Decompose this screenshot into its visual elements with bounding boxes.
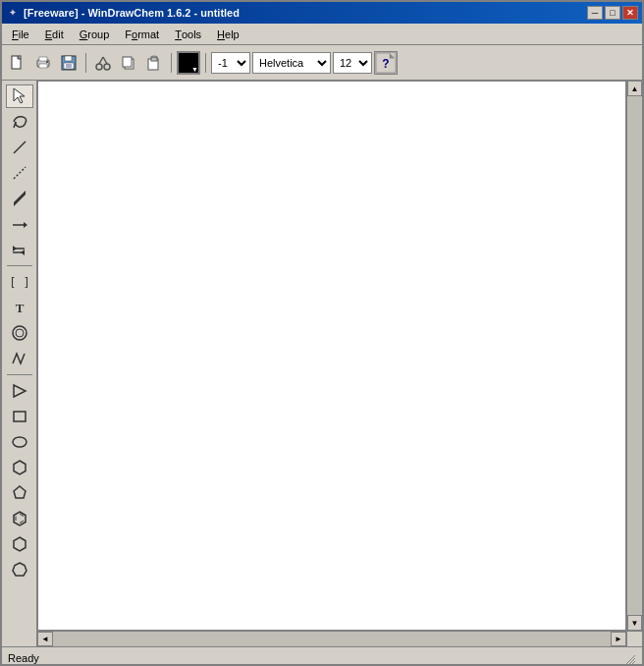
svg-marker-31 xyxy=(24,222,27,228)
chain-icon xyxy=(11,350,28,367)
paste-button[interactable] xyxy=(142,51,166,75)
svg-line-14 xyxy=(99,57,103,64)
tool-lasso[interactable] xyxy=(6,110,33,134)
title-bar: ✦ [Freeware] - WinDrawChem 1.6.2 - untit… xyxy=(2,2,642,24)
arrow-icon xyxy=(11,215,28,233)
toolbar: ▼ -1 0 1 2 3 Helvetica Arial Times New R… xyxy=(2,45,642,81)
menu-group[interactable]: Group xyxy=(72,24,118,44)
help-button[interactable]: ? xyxy=(374,51,398,75)
tool-retro-arrow[interactable] xyxy=(6,238,33,261)
resize-handle[interactable] xyxy=(622,651,636,665)
svg-line-52 xyxy=(629,658,635,664)
tool-rect[interactable] xyxy=(6,405,33,428)
tool-bond-single[interactable] xyxy=(6,136,33,159)
scrollbar-vertical: ▲ ▼ xyxy=(626,81,642,631)
svg-point-13 xyxy=(104,64,110,70)
status-text: Ready xyxy=(8,652,39,664)
ellipse-icon xyxy=(11,433,28,451)
svg-point-42 xyxy=(13,437,27,447)
scrollbar-horizontal: ◄ ► xyxy=(37,631,626,646)
svg-marker-40 xyxy=(14,385,26,397)
save-button[interactable] xyxy=(57,51,80,75)
menu-file[interactable]: File xyxy=(4,24,37,44)
svg-marker-43 xyxy=(14,461,26,474)
svg-rect-11 xyxy=(66,64,72,68)
minimize-button[interactable]: ─ xyxy=(587,6,603,20)
lasso-icon xyxy=(11,113,28,131)
tool-ring-circle[interactable] xyxy=(6,321,33,345)
rect-icon xyxy=(11,408,28,425)
single-bond-icon xyxy=(11,139,28,156)
svg-rect-6 xyxy=(39,57,47,61)
tool-hexagon[interactable] xyxy=(6,456,33,479)
svg-point-12 xyxy=(96,64,102,70)
svg-rect-17 xyxy=(123,57,132,67)
tool-sep-2 xyxy=(7,374,32,375)
scroll-track-horizontal[interactable] xyxy=(53,632,611,646)
tool-arrow[interactable] xyxy=(6,212,33,236)
window-controls: ─ □ ✕ xyxy=(587,6,638,20)
svg-marker-29 xyxy=(14,191,26,206)
tool-select[interactable] xyxy=(6,84,33,108)
app-icon: ✦ xyxy=(6,6,20,20)
status-bar: Ready xyxy=(2,646,642,666)
save-icon xyxy=(61,55,77,71)
tool-ring7[interactable] xyxy=(6,558,33,582)
template-icon xyxy=(11,382,28,400)
tool-bond-bold[interactable] xyxy=(6,187,33,210)
close-button[interactable]: ✕ xyxy=(622,6,638,20)
bond-type-select[interactable]: -1 0 1 2 3 xyxy=(211,52,250,74)
menu-help[interactable]: Help xyxy=(209,24,247,44)
svg-marker-50 xyxy=(14,537,26,551)
cut-icon xyxy=(95,55,111,71)
svg-marker-33 xyxy=(13,246,17,251)
benzene-icon xyxy=(11,510,28,527)
scrollbar-corner xyxy=(626,631,642,646)
scroll-right-button[interactable]: ► xyxy=(611,632,626,646)
svg-rect-41 xyxy=(14,412,26,421)
print-icon xyxy=(35,55,51,71)
scroll-up-button[interactable]: ▲ xyxy=(627,81,642,96)
menu-edit[interactable]: Edit xyxy=(37,24,72,44)
menu-tools[interactable]: Tools xyxy=(167,24,209,44)
print-button[interactable] xyxy=(31,51,55,75)
bold-bond-icon xyxy=(11,190,28,207)
svg-rect-9 xyxy=(65,56,72,61)
tool-ring6[interactable] xyxy=(6,532,33,556)
scroll-left-button[interactable]: ◄ xyxy=(37,632,53,646)
scroll-down-button[interactable]: ▼ xyxy=(627,615,642,631)
scroll-track-vertical[interactable] xyxy=(627,96,642,615)
font-size-select[interactable]: 8 10 12 14 16 xyxy=(333,52,372,74)
color-selector[interactable]: ▼ xyxy=(177,51,200,75)
new-button[interactable] xyxy=(6,51,29,75)
copy-button[interactable] xyxy=(117,51,140,75)
svg-line-15 xyxy=(103,57,107,64)
tool-chain[interactable] xyxy=(6,347,33,370)
svg-text:[ ]: [ ] xyxy=(11,276,28,290)
menu-format[interactable]: Format xyxy=(117,24,167,44)
cut-button[interactable] xyxy=(91,51,115,75)
svg-marker-44 xyxy=(14,486,26,498)
copy-icon xyxy=(121,55,136,71)
maximize-button[interactable]: □ xyxy=(605,6,620,20)
font-select[interactable]: Helvetica Arial Times New Roman xyxy=(252,52,331,74)
tool-text[interactable]: T xyxy=(6,296,33,319)
tool-pentagon[interactable] xyxy=(6,481,33,505)
title-text: [Freeware] - WinDrawChem 1.6.2 - untitle… xyxy=(24,7,240,19)
drawing-canvas[interactable] xyxy=(37,81,626,631)
svg-text:?: ? xyxy=(382,56,389,70)
tool-bond-dashed[interactable] xyxy=(6,161,33,185)
text-tool-icon: T xyxy=(11,299,28,316)
hexagon-icon xyxy=(11,459,28,476)
svg-marker-51 xyxy=(13,563,27,576)
tool-ellipse[interactable] xyxy=(6,430,33,454)
svg-point-38 xyxy=(13,326,27,340)
tool-template[interactable] xyxy=(6,379,33,403)
svg-marker-35 xyxy=(21,250,25,255)
tool-benzene[interactable] xyxy=(6,507,33,530)
svg-rect-7 xyxy=(46,61,48,63)
canvas-wrapper: ▲ ▼ ◄ ► xyxy=(37,81,642,646)
tool-bracket[interactable]: [ ] xyxy=(6,270,33,294)
select-cursor-icon xyxy=(11,87,28,105)
pentagon-icon xyxy=(11,484,28,502)
